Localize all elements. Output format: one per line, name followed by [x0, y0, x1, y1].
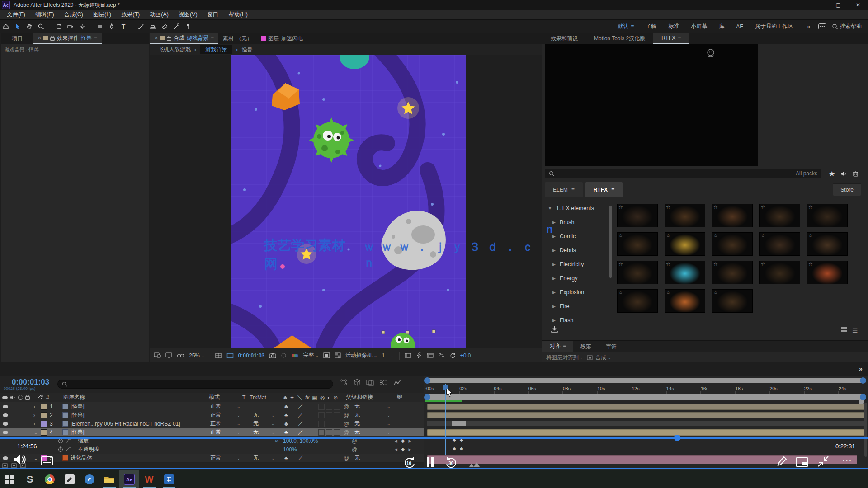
- panel-menu-icon[interactable]: ≡: [678, 35, 681, 41]
- search-help-label[interactable]: 搜索帮助: [840, 23, 862, 30]
- puppet-pin-tool-icon[interactable]: [182, 21, 194, 33]
- expand-icon[interactable]: ⌄: [33, 454, 38, 462]
- trkmat-select[interactable]: 无: [253, 428, 259, 436]
- switch-boxes[interactable]: [318, 402, 341, 411]
- shy-switch[interactable]: ♣: [284, 454, 288, 462]
- playhead-line[interactable]: [445, 384, 446, 455]
- blend-mode-select[interactable]: 正常: [210, 419, 221, 428]
- eye-icon[interactable]: [3, 411, 8, 419]
- shy-switch[interactable]: ♣: [284, 411, 288, 419]
- eye-icon[interactable]: [3, 419, 8, 428]
- quality-switch[interactable]: ／: [298, 402, 303, 411]
- pickwhip-icon[interactable]: @: [352, 445, 357, 454]
- viewer-tab[interactable]: × 素材 （无） ≡: [218, 33, 257, 44]
- pan-behind-tool-icon[interactable]: [76, 21, 88, 33]
- pixel-aspect-icon[interactable]: [405, 352, 411, 358]
- taskbar-app-chrome[interactable]: [40, 470, 60, 488]
- camera-tool-icon[interactable]: [65, 21, 76, 33]
- favorite-star-icon[interactable]: ☆: [618, 261, 623, 267]
- pack-thumbnail[interactable]: ☆: [617, 289, 658, 313]
- graph-icon[interactable]: [66, 445, 71, 454]
- parent-select[interactable]: 无: [354, 411, 360, 419]
- right-panel-tab[interactable]: Motion Tools 2汉化版≡: [586, 33, 653, 44]
- stereo-glasses-icon[interactable]: [177, 353, 184, 358]
- pack-thumbnail[interactable]: ☆: [760, 232, 800, 256]
- keyframe-icon[interactable]: ◆: [460, 446, 463, 451]
- layer-row[interactable]: ⌄ 4 [怪兽] 正常 ⌄ 无 ⌄ ♣ ／ @ 无 ⌄: [0, 428, 424, 437]
- sound-icon[interactable]: [840, 171, 847, 177]
- expand-layers-icon[interactable]: [2, 463, 8, 468]
- menu-item[interactable]: 文件(F): [2, 11, 30, 19]
- pickwhip-icon[interactable]: @: [344, 428, 349, 436]
- triangle-right-icon[interactable]: ▶: [552, 276, 556, 281]
- favorite-star-icon[interactable]: ☆: [713, 290, 718, 296]
- label-swatch[interactable]: [41, 428, 47, 436]
- triangle-right-icon[interactable]: ▶: [552, 220, 556, 225]
- pack-thumbnail[interactable]: ☆: [617, 232, 658, 256]
- category-scrollbar[interactable]: [609, 206, 612, 278]
- magnification-monitor-icon[interactable]: [165, 352, 172, 358]
- zoom-level-select[interactable]: 25%⌄: [189, 352, 205, 359]
- align-target-icon[interactable]: [587, 355, 593, 360]
- favorite-star-icon[interactable]: ☆: [761, 233, 765, 239]
- panel-menu-icon[interactable]: ≡: [563, 343, 566, 349]
- composition-viewer[interactable]: 技艺学习素材网 ｗｗｗ．ｊｙ３ｄ．ｃｎ: [150, 55, 542, 348]
- parent-select[interactable]: 无: [354, 419, 360, 428]
- eraser-tool-icon[interactable]: [159, 21, 170, 33]
- all-packs-label[interactable]: All packs: [796, 170, 817, 177]
- close-tab-icon[interactable]: ×: [38, 35, 41, 41]
- pack-thumbnail[interactable]: ☆: [712, 289, 753, 313]
- volume-icon[interactable]: [13, 453, 26, 466]
- skip-back-button[interactable]: 10: [402, 455, 416, 469]
- menu-item[interactable]: 图层(L): [88, 11, 116, 19]
- pack-thumbnail[interactable]: ☆: [760, 204, 800, 227]
- favorite-star-icon[interactable]: ☆: [761, 261, 765, 267]
- layer-name[interactable]: 进化晶体: [71, 454, 92, 462]
- pack-thumbnail[interactable]: ☆: [665, 261, 705, 284]
- taskbar-app-notes[interactable]: [60, 470, 80, 488]
- camera-select[interactable]: 活动摄像机⌄: [345, 352, 377, 359]
- layer-bar-4[interactable]: [427, 429, 865, 436]
- triangle-down-icon[interactable]: ▼: [548, 206, 552, 211]
- menu-item[interactable]: 合成(C): [59, 11, 88, 19]
- workspace-tab[interactable]: 库≡: [719, 23, 724, 30]
- blend-mode-select[interactable]: 正常: [210, 428, 221, 436]
- hand-tool-icon[interactable]: [24, 21, 35, 33]
- pack-thumbnail[interactable]: ☆: [807, 232, 848, 256]
- quality-switch[interactable]: ／: [298, 411, 303, 419]
- pack-tab[interactable]: RTFX≡: [585, 182, 623, 197]
- panel-menu-icon[interactable]: ≡: [211, 35, 214, 41]
- breadcrumb-item[interactable]: ‹ 游戏背景: [191, 45, 232, 54]
- favorite-star-icon[interactable]: ☆: [666, 233, 670, 239]
- panel-menu-icon[interactable]: ≡: [631, 23, 634, 30]
- timeline-v-scrollbar[interactable]: [864, 403, 867, 457]
- pack-thumbnail[interactable]: ☆: [617, 261, 658, 284]
- trash-icon[interactable]: [853, 170, 859, 177]
- pack-thumbnail[interactable]: ☆: [617, 204, 658, 227]
- layer-name[interactable]: [怪兽]: [71, 411, 85, 419]
- pack-menu-icon[interactable]: ≡: [571, 187, 575, 193]
- viewer-tab[interactable]: × 合成 游戏背景 ≡: [150, 33, 218, 44]
- pack-search-input[interactable]: All packs: [545, 169, 821, 178]
- align-target-value[interactable]: 合成: [595, 354, 606, 361]
- category-item[interactable]: ▶ Electricity: [547, 257, 613, 271]
- viewer-tab[interactable]: × 图层 加速闪电 ≡: [257, 33, 307, 44]
- category-item[interactable]: ▶ Flash: [547, 313, 613, 327]
- shy-switch[interactable]: ♣: [284, 402, 288, 411]
- blend-mode-select[interactable]: 正常: [210, 402, 221, 411]
- pack-thumbnail[interactable]: ☆: [807, 261, 848, 284]
- category-item[interactable]: ▶ Debris: [547, 243, 613, 257]
- layer-bar-2[interactable]: [427, 412, 865, 418]
- pack-thumbnail[interactable]: ☆: [712, 232, 753, 256]
- favorite-star-icon[interactable]: ☆: [618, 204, 623, 210]
- expand-icon[interactable]: ›: [33, 419, 35, 428]
- pickwhip-icon[interactable]: @: [344, 454, 349, 462]
- pack-menu-icon[interactable]: ≡: [611, 187, 614, 193]
- right-panel-tab[interactable]: 效果和预设≡: [542, 33, 586, 44]
- frame-io-icon[interactable]: [818, 23, 826, 29]
- eye-icon[interactable]: [3, 402, 8, 411]
- triangle-right-icon[interactable]: ▶: [552, 248, 556, 253]
- quality-switch[interactable]: ／: [298, 454, 303, 462]
- right-panel-tab[interactable]: RTFX≡: [653, 33, 689, 44]
- layer-bar-3-segment[interactable]: [452, 421, 466, 426]
